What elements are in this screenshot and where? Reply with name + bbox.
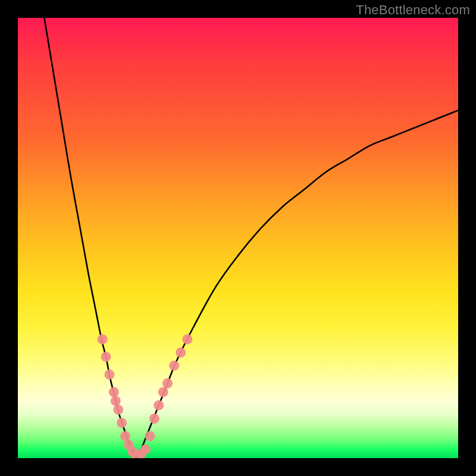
data-marker: [101, 352, 111, 362]
curve-right-branch: [137, 110, 458, 458]
data-marker: [104, 369, 114, 380]
data-marker: [117, 418, 127, 428]
data-marker: [176, 347, 186, 358]
data-marker: [154, 400, 164, 411]
data-marker: [111, 396, 121, 406]
watermark-text: TheBottleneck.com: [356, 2, 470, 18]
data-marker: [158, 387, 168, 397]
curve-left-branch: [44, 18, 136, 458]
data-marker: [113, 405, 123, 415]
data-marker: [145, 431, 155, 441]
data-marker: [109, 387, 119, 397]
data-marker: [98, 334, 108, 345]
data-marker: [169, 361, 179, 371]
chart-frame: TheBottleneck.com: [0, 0, 476, 476]
curve-layer: [18, 18, 458, 458]
data-marker: [120, 431, 130, 441]
data-marker: [162, 378, 173, 389]
data-marker: [182, 334, 192, 345]
data-marker: [149, 414, 159, 424]
data-marker: [140, 444, 151, 455]
plot-area: [18, 18, 458, 458]
